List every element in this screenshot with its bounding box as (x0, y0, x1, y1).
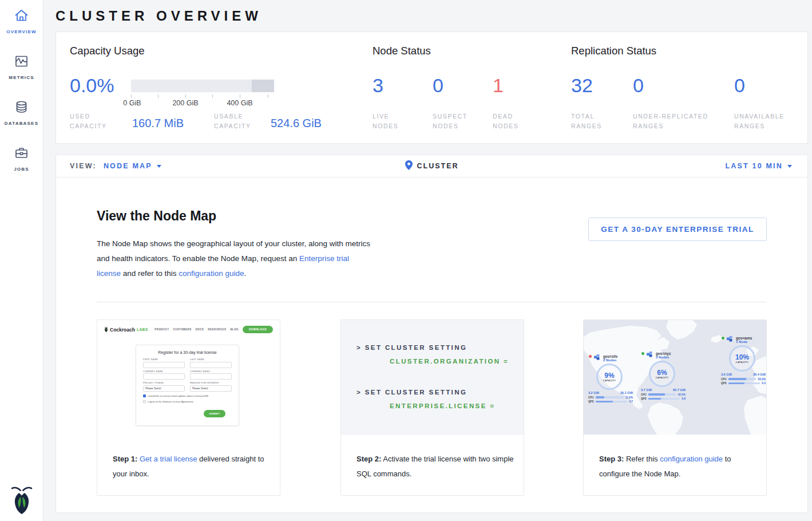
dead-nodes-value: 1 (493, 74, 504, 97)
node-status-title: Node Status (373, 45, 431, 57)
capacity-gauge-bar (131, 80, 274, 92)
chevron-down-icon (157, 165, 161, 168)
dead-nodes-label: DEADNODES (493, 112, 518, 131)
node-status-dot (588, 354, 592, 358)
mini-submit-button: SUBMIT (204, 410, 225, 417)
section-description: The Node Map shows the geographical layo… (97, 236, 370, 281)
sidebar-item-label: DATABASES (5, 121, 38, 126)
sidebar-item-databases[interactable]: DATABASES (0, 100, 43, 126)
live-nodes-label: LIVENODES (373, 112, 398, 131)
capacity-usage-title: Capacity Usage (70, 45, 145, 57)
map-pin-icon (405, 160, 412, 172)
sidebar-item-label: JOBS (14, 167, 29, 172)
database-icon (14, 100, 29, 117)
enterprise-trial-button[interactable]: GET A 30-DAY ENTERPRISE TRIAL (588, 218, 767, 241)
cockroachdb-logo (0, 486, 43, 514)
total-ranges-value: 32 (571, 74, 593, 97)
node-widget-ams: geo=ams1 Node 10%CAPACITY 3.6 GiB36.4 Gi… (721, 336, 766, 385)
view-selector-dropdown[interactable]: NODE MAP (104, 162, 161, 170)
view-label: VIEW: (70, 162, 97, 170)
nodes-icon (727, 336, 733, 342)
view-bar: VIEW: NODE MAP CLUSTER LAST 10 MIN (56, 155, 808, 177)
home-icon (14, 8, 29, 25)
live-nodes-value: 3 (373, 74, 383, 97)
configuration-guide-link[interactable]: configuration guide (179, 269, 244, 278)
page-title: CLUSTER OVERVIEW (56, 0, 808, 31)
under-replicated-ranges-label: UNDER-REPLICATEDRANGES (633, 112, 708, 131)
divider (97, 302, 766, 302)
sql-commands-preview: > SET CLUSTER SETTING CLUSTER.ORGANIZATI… (341, 320, 524, 435)
total-ranges-label: TOTALRANGES (571, 112, 602, 131)
step-3-caption: Step 3: Refer this configuration guide t… (599, 452, 762, 481)
node-widget-sfo: geo=sfo2 Nodes 9%CAPACITY 3.2 GiB35.1 Gi… (588, 354, 633, 403)
mini-site-nav: PRODUCT CUSTOMERS DOCS RESOURCES BLOG DO… (155, 326, 273, 333)
mini-registration-form: Register for a 30-day trial license FIRS… (136, 345, 239, 426)
nodes-icon (594, 354, 600, 360)
sidebar-item-jobs[interactable]: JOBS (0, 145, 43, 172)
replication-status-title: Replication Status (571, 45, 656, 57)
suspect-nodes-label: SUSPECTNODES (433, 112, 468, 131)
node-status-dot (641, 352, 645, 356)
sidebar-item-label: METRICS (9, 75, 34, 80)
capacity-used-percent: 0.0% (70, 74, 114, 97)
cluster-breadcrumb[interactable]: CLUSTER (405, 160, 458, 172)
unavailable-ranges-label: UNAVAILABLERANGES (734, 112, 785, 131)
gauge-tick-label: 200 GiB (172, 99, 198, 107)
unavailable-ranges-value: 0 (734, 74, 745, 97)
gauge-tick-label: 400 GiB (227, 99, 252, 107)
usable-capacity-label: USABLECAPACITY (214, 112, 251, 131)
gauge-tick-label: 0 GiB (123, 99, 141, 107)
nodes-icon (647, 352, 653, 357)
sidebar-item-overview[interactable]: OVERVIEW (0, 8, 43, 34)
capacity-gauge: 0 GiB 200 GiB 400 GiB (131, 80, 274, 108)
step-1-caption: Step 1: Get a trial license delivered st… (113, 452, 275, 481)
chevron-down-icon (787, 165, 792, 168)
cockroach-labs-logo: Cockroach LABS (104, 327, 148, 333)
used-capacity-label: USEDCAPACITY (70, 112, 107, 131)
step-2-caption: Step 2: Activate the trial license with … (357, 452, 519, 481)
node-widget-nyc: geo=nyc2 Nodes 6%CAPACITY 3.7 GiB65.7 Gi… (641, 352, 686, 400)
step-1-card: Cockroach LABS PRODUCT CUSTOMERS DOCS RE… (97, 319, 280, 496)
step-2-card: > SET CLUSTER SETTING CLUSTER.ORGANIZATI… (340, 319, 524, 496)
suspect-nodes-value: 0 (433, 74, 443, 97)
usable-capacity-value: 524.6 GiB (271, 117, 322, 130)
node-map-preview: geo=sfo2 Nodes 9%CAPACITY 3.2 GiB35.1 Gi… (584, 320, 766, 435)
configuration-guide-link[interactable]: configuration guide (660, 455, 723, 463)
under-replicated-ranges-value: 0 (633, 74, 644, 97)
step-3-card: geo=sfo2 Nodes 9%CAPACITY 3.2 GiB35.1 Gi… (583, 319, 767, 496)
cluster-summary-panel: Capacity Usage 0.0% 0 GiB 200 GiB 400 Gi… (56, 31, 808, 144)
section-title: View the Node Map (97, 208, 216, 224)
briefcase-icon (14, 145, 29, 163)
sidebar-item-label: OVERVIEW (6, 29, 37, 34)
metrics-chart-icon (14, 54, 29, 71)
node-map-panel: View the Node Map The Node Map shows the… (56, 177, 808, 513)
node-status-dot (721, 336, 725, 340)
sidebar-item-metrics[interactable]: METRICS (0, 54, 43, 80)
get-trial-license-link[interactable]: Get a trial license (140, 455, 197, 463)
time-range-dropdown[interactable]: LAST 10 MIN (725, 162, 792, 170)
used-capacity-value: 160.7 MiB (132, 117, 184, 130)
sidebar: OVERVIEW METRICS DATABASES (0, 0, 43, 521)
mini-download-button: DOWNLOAD (243, 326, 273, 333)
trial-registration-screenshot: Cockroach LABS PRODUCT CUSTOMERS DOCS RE… (97, 320, 280, 435)
